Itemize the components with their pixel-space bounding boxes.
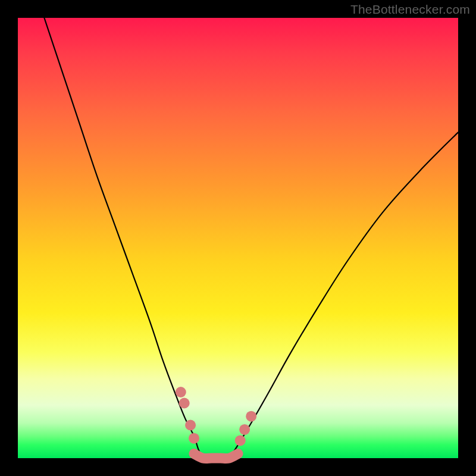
curves-svg — [18, 18, 458, 458]
valley-floor — [194, 454, 238, 459]
right-curve — [229, 132, 458, 458]
chart-frame: TheBottlenecker.com — [0, 0, 476, 476]
markers-group — [176, 387, 256, 446]
data-marker — [185, 420, 196, 431]
data-marker — [235, 435, 246, 446]
plot-area — [18, 18, 458, 458]
data-marker — [189, 433, 199, 444]
watermark-text: TheBottlenecker.com — [350, 2, 470, 17]
data-marker — [246, 411, 256, 422]
data-marker — [239, 424, 250, 435]
data-marker — [179, 398, 190, 409]
data-marker — [176, 387, 186, 397]
